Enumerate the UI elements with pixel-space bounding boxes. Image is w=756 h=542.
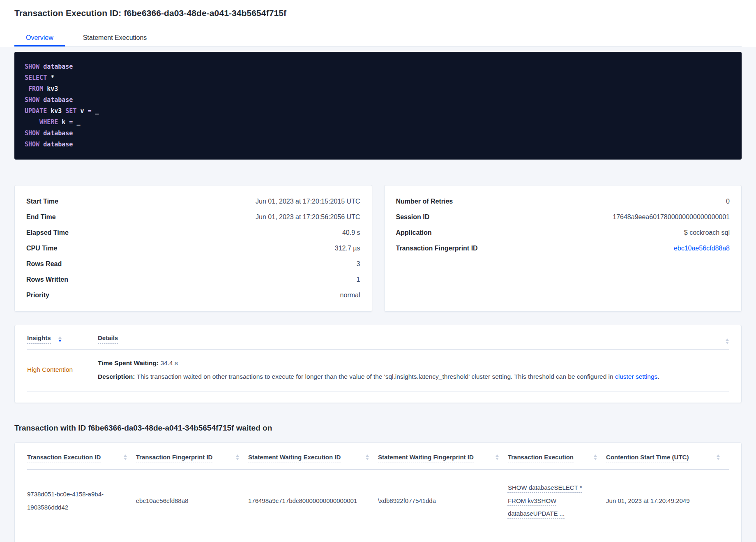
detail-label: Application <box>396 229 432 236</box>
detail-value: $ cockroach sql <box>684 229 730 236</box>
page-title: Transaction Execution ID: f6be6366-da03-… <box>14 8 742 18</box>
insights-table-header: Insights Details <box>27 325 729 350</box>
detail-row: Elapsed Time40.9 s <box>26 225 360 241</box>
detail-row: Prioritynormal <box>26 287 360 303</box>
sort-icon[interactable] <box>496 454 499 460</box>
detail-label: Priority <box>26 292 49 299</box>
insights-column-label[interactable]: Insights <box>27 334 51 344</box>
transaction-execution-link[interactable]: SHOW databaseSELECT * FROM kv3SHOW datab… <box>508 484 582 517</box>
transaction-fingerprint-link[interactable]: ebc10ae56cfd88a8 <box>674 245 730 252</box>
details-column-label[interactable]: Details <box>98 334 118 344</box>
sort-up-arrow-icon <box>717 454 720 457</box>
column-header[interactable]: Statement Waiting Fingerprint ID <box>378 443 508 470</box>
sort-up-arrow-icon <box>366 454 369 457</box>
sort-up-arrow-icon <box>124 454 127 457</box>
page-content: SHOW databaseSELECT * FROM kv3SHOW datab… <box>0 52 756 542</box>
table-cell: 176498a9c717bdc80000000000000001 <box>248 470 378 532</box>
description-suffix: . <box>657 373 659 380</box>
sort-icon[interactable] <box>236 454 239 460</box>
detail-label: Start Time <box>26 198 58 205</box>
detail-row: CPU Time312.7 µs <box>26 241 360 256</box>
column-header[interactable]: Transaction Fingerprint ID <box>136 443 248 470</box>
sort-down-arrow-icon <box>726 342 729 344</box>
detail-label: Number of Retries <box>396 198 453 205</box>
detail-row: Session ID17648a9eea60178000000000000000… <box>396 209 730 225</box>
sql-token: SET <box>62 107 76 115</box>
column-header-label[interactable]: Transaction Execution ID <box>27 454 101 463</box>
details-column-header[interactable]: Details <box>98 334 118 342</box>
column-header-label[interactable]: Contention Start Time (UTC) <box>606 454 689 463</box>
session-details-card: Number of Retries0Session ID17648a9eea60… <box>384 185 742 312</box>
column-header-inner: Statement Waiting Fingerprint ID <box>378 454 508 463</box>
sort-icon[interactable] <box>124 454 127 460</box>
sql-token: UPDATE <box>25 107 47 115</box>
table-row: 9738d051-bc0e-4158-a9b4-1903586ddd42ebc1… <box>27 470 729 532</box>
detail-label: Transaction Fingerprint ID <box>396 245 478 252</box>
detail-label: CPU Time <box>26 245 57 252</box>
sort-icon[interactable] <box>366 454 369 460</box>
cluster-settings-link[interactable]: cluster settings <box>615 373 657 380</box>
detail-label: Session ID <box>396 213 430 221</box>
waited-on-table-body: 9738d051-bc0e-4158-a9b4-1903586ddd42ebc1… <box>27 470 729 532</box>
sort-down-arrow-icon <box>717 458 720 460</box>
column-header[interactable]: Transaction Execution ID <box>27 443 136 470</box>
detail-value: 312.7 µs <box>335 245 360 252</box>
sort-down-arrow-icon <box>236 458 239 460</box>
sort-up-arrow-icon <box>726 338 729 341</box>
insights-column-header[interactable]: Insights <box>27 334 98 344</box>
sort-up-arrow-icon <box>594 454 597 457</box>
insights-right-sort[interactable] <box>726 334 729 344</box>
tab-bar: Overview Statement Executions <box>14 29 742 47</box>
sql-token: FROM <box>25 85 43 93</box>
column-header-label[interactable]: Transaction Fingerprint ID <box>136 454 213 463</box>
detail-value: 17648a9eea6017800000000000000001 <box>613 213 730 221</box>
table-cell: Jun 01, 2023 at 17:20:49:2049 <box>606 470 729 532</box>
sort-up-arrow-icon <box>236 454 239 457</box>
time-spent-waiting-value: 34.4 s <box>160 359 177 366</box>
column-header-label[interactable]: Statement Waiting Fingerprint ID <box>378 454 474 463</box>
sql-line: SHOW database <box>25 139 731 150</box>
column-header[interactable]: Contention Start Time (UTC) <box>606 443 729 470</box>
column-header[interactable]: Transaction Execution <box>508 443 606 470</box>
sql-token: kv3 <box>43 85 58 93</box>
sql-token: _ <box>92 107 99 115</box>
sort-up-arrow-icon <box>58 336 62 339</box>
column-header-label[interactable]: Statement Waiting Execution ID <box>248 454 341 463</box>
detail-row: Start TimeJun 01, 2023 at 17:20:15:2015 … <box>26 194 360 209</box>
waited-on-table-card: Transaction Execution IDTransaction Fing… <box>14 442 742 542</box>
sort-icon[interactable] <box>594 454 597 460</box>
column-header-inner: Transaction Execution ID <box>27 454 136 463</box>
table-cell: SHOW databaseSELECT * FROM kv3SHOW datab… <box>508 470 606 532</box>
sql-token: WHERE <box>25 118 58 126</box>
insight-description: Description: This transaction waited on … <box>98 372 659 381</box>
sort-icon[interactable] <box>58 336 62 342</box>
sort-down-arrow-icon <box>58 340 62 342</box>
sql-line: SELECT * <box>25 72 731 83</box>
detail-value: 40.9 s <box>342 229 360 236</box>
column-header-inner: Transaction Fingerprint ID <box>136 454 248 463</box>
sort-icon[interactable] <box>726 338 729 344</box>
tab-statement-executions[interactable]: Statement Executions <box>71 29 159 46</box>
detail-label: Rows Read <box>26 260 62 268</box>
sql-token: * <box>47 74 54 81</box>
column-header-label[interactable]: Transaction Execution <box>508 454 574 463</box>
sort-icon[interactable] <box>717 454 720 460</box>
detail-label: Rows Written <box>26 276 68 283</box>
sql-token: k <box>58 118 65 126</box>
description-label: Description: <box>98 373 135 380</box>
column-header-inner: Transaction Execution <box>508 454 606 463</box>
column-header-inner: Statement Waiting Execution ID <box>248 454 378 463</box>
sql-token: v <box>76 107 84 115</box>
detail-value: normal <box>340 292 360 299</box>
sql-line: WHERE k = _ <box>25 117 731 128</box>
page-header: Transaction Execution ID: f6be6366-da03-… <box>0 0 756 47</box>
sql-line: SHOW database <box>25 95 731 106</box>
detail-label: Elapsed Time <box>26 229 69 236</box>
insights-table: Insights Details High Contention Ti <box>14 325 742 403</box>
detail-row: Rows Written1 <box>26 272 360 287</box>
detail-row: Application$ cockroach sql <box>396 225 730 241</box>
column-header[interactable]: Statement Waiting Execution ID <box>248 443 378 470</box>
column-header-inner: Contention Start Time (UTC) <box>606 454 729 463</box>
tab-overview[interactable]: Overview <box>14 29 65 46</box>
description-text: This transaction waited on other transac… <box>136 373 613 380</box>
